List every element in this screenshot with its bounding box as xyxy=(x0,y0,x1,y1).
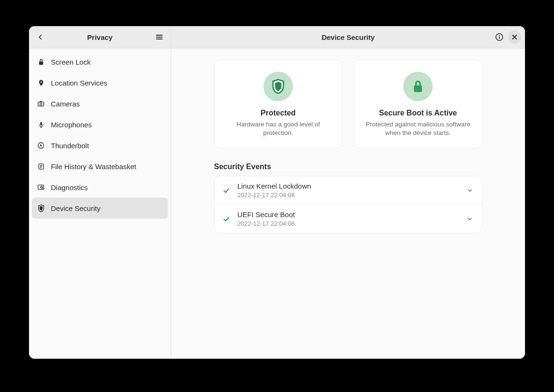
secure-boot-icon-circle xyxy=(403,72,433,101)
sidebar-title: Privacy xyxy=(48,33,152,41)
sidebar-item-file-history-wastebasket[interactable]: File History & Wastebasket xyxy=(32,156,168,177)
sidebar-item-label: Diagnostics xyxy=(51,183,88,191)
lock-icon xyxy=(412,79,424,94)
close-button[interactable] xyxy=(508,30,521,44)
secure-boot-card: Secure Boot is Active Protected against … xyxy=(354,60,482,148)
diagnostics-icon xyxy=(37,183,45,191)
main-panel: Device Security Protected Har xyxy=(171,26,525,359)
check-icon xyxy=(222,186,231,195)
camera-icon xyxy=(37,99,45,108)
protection-card-title: Protected xyxy=(261,109,296,117)
sidebar-header: Privacy xyxy=(29,26,171,48)
svg-rect-11 xyxy=(499,37,500,39)
chevron-left-icon xyxy=(37,34,44,40)
secure-boot-card-desc: Protected against malicious software whe… xyxy=(363,120,473,137)
lock-icon xyxy=(37,57,45,66)
svg-point-10 xyxy=(499,35,500,36)
security-events-heading: Security Events xyxy=(214,163,482,171)
sidebar-item-diagnostics[interactable]: Diagnostics xyxy=(32,177,168,198)
sidebar-item-location-services[interactable]: Location Services xyxy=(32,72,168,93)
sidebar-item-microphones[interactable]: Microphones xyxy=(32,114,168,135)
sidebar-item-label: Cameras xyxy=(51,100,80,108)
chevron-down-icon xyxy=(466,216,474,222)
svg-rect-12 xyxy=(414,86,422,92)
event-timestamp: 2022-12-17 22:04:08 xyxy=(237,191,466,199)
sidebar-item-thunderbolt[interactable]: Thunderbolt xyxy=(32,135,168,156)
sidebar-item-label: File History & Wastebasket xyxy=(51,163,136,171)
microphone-icon xyxy=(37,120,45,129)
check-icon xyxy=(222,215,231,223)
hamburger-icon xyxy=(156,33,163,41)
sidebar-item-device-security[interactable]: Device Security xyxy=(32,198,168,219)
protection-card-desc: Hardware has a good level of protection. xyxy=(223,120,333,137)
main-body: Protected Hardware has a good level of p… xyxy=(171,48,525,233)
security-event-row[interactable]: UEFI Secure Boot2022-12-17 22:04:08 xyxy=(214,204,482,233)
sidebar-item-label: Thunderbolt xyxy=(51,142,89,150)
page-title: Device Security xyxy=(205,33,491,41)
sidebar-list: Screen LockLocation ServicesCamerasMicro… xyxy=(29,48,171,221)
sidebar-item-label: Device Security xyxy=(51,204,100,212)
menu-button[interactable] xyxy=(152,29,167,45)
status-cards: Protected Hardware has a good level of p… xyxy=(214,60,482,148)
sidebar-item-screen-lock[interactable]: Screen Lock xyxy=(32,51,168,72)
security-event-row[interactable]: Linux Kernel Lockdown2022-12-17 22:04:08 xyxy=(214,176,482,204)
event-title: Linux Kernel Lockdown xyxy=(237,182,466,191)
svg-rect-4 xyxy=(40,122,42,125)
event-title: UEFI Secure Boot xyxy=(237,210,466,220)
location-icon xyxy=(37,78,45,87)
event-texts: UEFI Secure Boot2022-12-17 22:04:08 xyxy=(237,210,466,227)
svg-point-1 xyxy=(40,81,42,83)
event-texts: Linux Kernel Lockdown2022-12-17 22:04:08 xyxy=(237,182,466,199)
sidebar-item-label: Screen Lock xyxy=(51,58,90,66)
settings-window: Privacy Screen LockLocation ServicesCame… xyxy=(29,26,525,359)
info-button[interactable] xyxy=(493,30,506,44)
main-header: Device Security xyxy=(171,26,525,48)
security-events-list: Linux Kernel Lockdown2022-12-17 22:04:08… xyxy=(214,176,482,233)
history-icon xyxy=(37,162,45,171)
sidebar-item-cameras[interactable]: Cameras xyxy=(32,93,168,114)
back-button[interactable] xyxy=(33,29,48,45)
protection-card: Protected Hardware has a good level of p… xyxy=(214,60,342,148)
shield-icon xyxy=(37,204,45,212)
info-icon xyxy=(495,33,504,41)
sidebar-item-label: Location Services xyxy=(51,79,107,87)
shield-icon xyxy=(271,78,285,95)
secure-boot-card-title: Secure Boot is Active xyxy=(379,109,457,117)
protection-icon-circle xyxy=(263,72,293,101)
event-timestamp: 2022-12-17 22:04:08 xyxy=(237,220,466,227)
close-icon xyxy=(512,34,517,40)
chevron-down-icon xyxy=(466,187,474,194)
svg-rect-0 xyxy=(39,61,43,65)
svg-rect-2 xyxy=(38,102,44,106)
sidebar: Privacy Screen LockLocation ServicesCame… xyxy=(29,26,171,359)
thunderbolt-icon xyxy=(37,141,45,150)
svg-point-3 xyxy=(40,103,42,105)
sidebar-item-label: Microphones xyxy=(51,121,92,129)
